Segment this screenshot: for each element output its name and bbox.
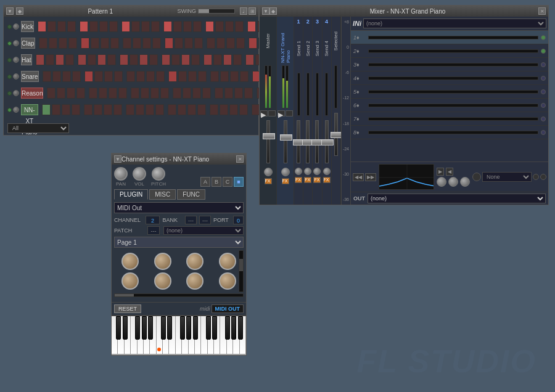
nnxt-channel-btn[interactable]: NN-XT Piano: [21, 104, 38, 115]
selected-fader-handle[interactable]: [331, 132, 342, 138]
send2-pan-knob[interactable]: [304, 168, 311, 175]
channel-item-5[interactable]: 5♦: [351, 85, 548, 99]
step[interactable]: [194, 38, 203, 49]
send4-pan-knob[interactable]: [323, 168, 331, 175]
ch-dot-5[interactable]: [541, 89, 546, 94]
step[interactable]: [142, 38, 151, 49]
step[interactable]: [160, 88, 169, 99]
step[interactable]: [136, 104, 144, 115]
seq-knob-clap[interactable]: [13, 40, 19, 46]
step[interactable]: [245, 54, 254, 65]
seq-led-nnxt[interactable]: [7, 108, 12, 112]
eq-next-btn[interactable]: ▶▶: [365, 173, 376, 181]
ch-fader-4[interactable]: [368, 76, 538, 80]
ch-fader-7[interactable]: [368, 117, 538, 121]
step[interactable]: [220, 104, 228, 115]
ini-dropdown[interactable]: (none): [363, 18, 546, 28]
black-key-1-4[interactable]: [180, 316, 185, 340]
seq-knob-snare[interactable]: [13, 73, 19, 80]
step[interactable]: [57, 88, 65, 99]
ch-fader-2[interactable]: [368, 49, 538, 53]
step[interactable]: [109, 21, 118, 32]
step[interactable]: [59, 38, 67, 49]
plugin-knob-7[interactable]: [186, 272, 204, 290]
black-key-2-2[interactable]: [212, 316, 217, 340]
none-dropdown[interactable]: None: [482, 172, 532, 182]
black-key-1-6[interactable]: [193, 316, 198, 340]
ch-dot-3[interactable]: [541, 62, 546, 67]
step[interactable]: [244, 88, 253, 99]
seq-led-hat[interactable]: [7, 58, 12, 62]
step[interactable]: [234, 88, 243, 99]
step[interactable]: [207, 38, 215, 49]
eq-prev-btn[interactable]: ◀◀: [353, 173, 364, 181]
step[interactable]: [193, 21, 202, 32]
cs-port-value[interactable]: 0: [233, 216, 244, 224]
step[interactable]: [62, 71, 71, 82]
step[interactable]: [198, 71, 207, 82]
step[interactable]: [146, 104, 154, 115]
black-key-1-5[interactable]: [186, 316, 191, 340]
pattern-grid-btn[interactable]: ⊞: [249, 7, 256, 15]
step[interactable]: [151, 21, 160, 32]
step[interactable]: [38, 21, 46, 32]
step[interactable]: [215, 88, 223, 99]
clap-channel-btn[interactable]: Clap: [21, 38, 35, 49]
seq-knob-nnxt[interactable]: [13, 107, 19, 113]
reverb-knob-2[interactable]: [448, 177, 458, 187]
reverb-btn1[interactable]: ▶: [437, 168, 444, 176]
step[interactable]: [168, 71, 177, 82]
step[interactable]: [162, 54, 170, 65]
black-key-0-4[interactable]: [135, 316, 140, 340]
black-key-0-1[interactable]: [116, 316, 121, 340]
step[interactable]: [107, 54, 116, 65]
black-key-2-6[interactable]: [238, 316, 243, 340]
channel-item-2[interactable]: 2♦: [351, 44, 548, 58]
master-mute-btn[interactable]: [268, 110, 276, 116]
plugin-hslider[interactable]: [114, 293, 244, 297]
step[interactable]: [56, 54, 64, 65]
step[interactable]: [49, 38, 57, 49]
ch-dot-4[interactable]: [541, 76, 546, 81]
nnxt-fader-handle[interactable]: [280, 134, 292, 141]
step[interactable]: [39, 38, 47, 49]
nnxt-pan-knob[interactable]: [281, 168, 290, 176]
plugin-knob-1[interactable]: [121, 253, 139, 270]
step[interactable]: [52, 71, 61, 82]
reverb-knob-3[interactable]: [460, 177, 470, 187]
step[interactable]: [104, 104, 112, 115]
step[interactable]: [163, 21, 172, 32]
black-key-2-1[interactable]: [206, 316, 211, 340]
step[interactable]: [47, 21, 56, 32]
step[interactable]: [43, 71, 51, 82]
channel-item-7[interactable]: 7♦: [351, 112, 548, 126]
step[interactable]: [42, 104, 51, 115]
step[interactable]: [165, 38, 173, 49]
step[interactable]: [89, 21, 98, 32]
step[interactable]: [65, 54, 74, 65]
step[interactable]: [226, 38, 235, 49]
ch-dot-7[interactable]: [541, 116, 546, 121]
step[interactable]: [89, 88, 97, 99]
send1-fx-btn[interactable]: FX: [295, 177, 302, 183]
send3-fx-btn[interactable]: FX: [313, 177, 321, 183]
step[interactable]: [104, 71, 113, 82]
step[interactable]: [120, 54, 128, 65]
step[interactable]: [126, 71, 135, 82]
step[interactable]: [184, 38, 193, 49]
step[interactable]: [215, 21, 224, 32]
kick-channel-btn[interactable]: Kick: [21, 21, 34, 32]
step[interactable]: [67, 88, 75, 99]
ch-fader-6[interactable]: [368, 104, 538, 107]
channel-item-3[interactable]: 3♦: [351, 58, 548, 71]
step[interactable]: [47, 88, 56, 99]
plugin-knob-5[interactable]: [121, 272, 139, 290]
cs-bank-val1[interactable]: ---: [185, 216, 197, 224]
pattern-all-dropdown[interactable]: All: [7, 123, 69, 133]
step[interactable]: [141, 88, 149, 99]
step[interactable]: [235, 21, 244, 32]
out-dropdown[interactable]: (none): [368, 194, 546, 203]
cs-tab-misc[interactable]: MISC: [149, 189, 176, 200]
ch-fader-8[interactable]: [368, 131, 538, 134]
step[interactable]: [224, 88, 233, 99]
